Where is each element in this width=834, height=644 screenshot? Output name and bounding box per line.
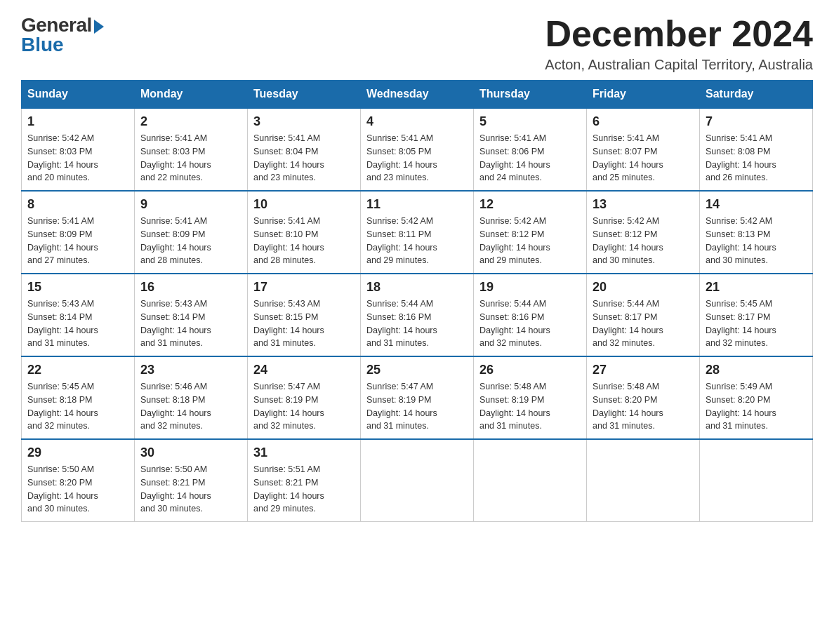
day-info: Sunrise: 5:41 AMSunset: 8:03 PMDaylight:… bbox=[140, 133, 211, 182]
calendar-cell: 1 Sunrise: 5:42 AMSunset: 8:03 PMDayligh… bbox=[22, 108, 135, 191]
day-number: 25 bbox=[366, 363, 468, 377]
day-info: Sunrise: 5:47 AMSunset: 8:19 PMDaylight:… bbox=[253, 382, 324, 431]
day-info: Sunrise: 5:42 AMSunset: 8:12 PMDaylight:… bbox=[593, 216, 663, 265]
calendar-cell bbox=[361, 439, 474, 522]
calendar-week-row: 15 Sunrise: 5:43 AMSunset: 8:14 PMDaylig… bbox=[22, 274, 813, 356]
calendar-cell: 17 Sunrise: 5:43 AMSunset: 8:15 PMDaylig… bbox=[248, 274, 361, 356]
day-info: Sunrise: 5:47 AMSunset: 8:19 PMDaylight:… bbox=[366, 382, 437, 431]
calendar-cell: 4 Sunrise: 5:41 AMSunset: 8:05 PMDayligh… bbox=[361, 108, 474, 191]
calendar-cell: 15 Sunrise: 5:43 AMSunset: 8:14 PMDaylig… bbox=[22, 274, 135, 356]
calendar-week-row: 22 Sunrise: 5:45 AMSunset: 8:18 PMDaylig… bbox=[22, 356, 813, 439]
day-number: 28 bbox=[706, 363, 807, 377]
calendar-cell: 6 Sunrise: 5:41 AMSunset: 8:07 PMDayligh… bbox=[587, 108, 700, 191]
day-number: 22 bbox=[27, 363, 128, 377]
calendar-cell: 19 Sunrise: 5:44 AMSunset: 8:16 PMDaylig… bbox=[474, 274, 587, 356]
month-title: December 2024 bbox=[545, 14, 813, 54]
day-info: Sunrise: 5:42 AMSunset: 8:13 PMDaylight:… bbox=[706, 216, 776, 265]
day-info: Sunrise: 5:44 AMSunset: 8:17 PMDaylight:… bbox=[593, 299, 663, 348]
weekday-header-monday: Monday bbox=[135, 81, 248, 109]
day-info: Sunrise: 5:43 AMSunset: 8:14 PMDaylight:… bbox=[140, 299, 211, 348]
calendar-cell: 24 Sunrise: 5:47 AMSunset: 8:19 PMDaylig… bbox=[248, 356, 361, 439]
day-info: Sunrise: 5:50 AMSunset: 8:20 PMDaylight:… bbox=[27, 464, 98, 514]
calendar-cell: 16 Sunrise: 5:43 AMSunset: 8:14 PMDaylig… bbox=[135, 274, 248, 356]
calendar-cell: 14 Sunrise: 5:42 AMSunset: 8:13 PMDaylig… bbox=[700, 191, 813, 274]
day-number: 16 bbox=[140, 280, 241, 295]
day-number: 11 bbox=[366, 197, 468, 212]
day-number: 13 bbox=[593, 197, 694, 212]
calendar-cell: 10 Sunrise: 5:41 AMSunset: 8:10 PMDaylig… bbox=[248, 191, 361, 274]
day-info: Sunrise: 5:41 AMSunset: 8:09 PMDaylight:… bbox=[140, 216, 211, 265]
calendar-cell: 28 Sunrise: 5:49 AMSunset: 8:20 PMDaylig… bbox=[700, 356, 813, 439]
day-number: 27 bbox=[593, 363, 694, 377]
calendar-cell: 30 Sunrise: 5:50 AMSunset: 8:21 PMDaylig… bbox=[135, 439, 248, 522]
calendar-cell: 25 Sunrise: 5:47 AMSunset: 8:19 PMDaylig… bbox=[361, 356, 474, 439]
calendar-cell: 27 Sunrise: 5:48 AMSunset: 8:20 PMDaylig… bbox=[587, 356, 700, 439]
calendar-cell: 5 Sunrise: 5:41 AMSunset: 8:06 PMDayligh… bbox=[474, 108, 587, 191]
day-info: Sunrise: 5:41 AMSunset: 8:07 PMDaylight:… bbox=[593, 133, 663, 182]
day-number: 18 bbox=[366, 280, 468, 295]
logo-blue-text: Blue bbox=[21, 34, 64, 56]
day-number: 30 bbox=[140, 445, 241, 460]
day-number: 6 bbox=[593, 114, 694, 129]
calendar-header-row: SundayMondayTuesdayWednesdayThursdayFrid… bbox=[22, 81, 813, 109]
day-number: 3 bbox=[253, 114, 355, 129]
day-number: 19 bbox=[479, 280, 581, 295]
calendar-cell: 11 Sunrise: 5:42 AMSunset: 8:11 PMDaylig… bbox=[361, 191, 474, 274]
weekday-header-wednesday: Wednesday bbox=[361, 81, 474, 109]
day-info: Sunrise: 5:41 AMSunset: 8:05 PMDaylight:… bbox=[366, 133, 437, 182]
day-info: Sunrise: 5:51 AMSunset: 8:21 PMDaylight:… bbox=[253, 464, 324, 514]
logo: General Blue bbox=[21, 14, 104, 56]
day-number: 15 bbox=[27, 280, 128, 295]
day-info: Sunrise: 5:48 AMSunset: 8:19 PMDaylight:… bbox=[479, 382, 550, 431]
calendar-cell bbox=[474, 439, 587, 522]
calendar-cell: 7 Sunrise: 5:41 AMSunset: 8:08 PMDayligh… bbox=[700, 108, 813, 191]
page-header: General Blue December 2024 Acton, Austra… bbox=[21, 14, 813, 73]
calendar-cell: 8 Sunrise: 5:41 AMSunset: 8:09 PMDayligh… bbox=[22, 191, 135, 274]
calendar-week-row: 8 Sunrise: 5:41 AMSunset: 8:09 PMDayligh… bbox=[22, 191, 813, 274]
day-info: Sunrise: 5:44 AMSunset: 8:16 PMDaylight:… bbox=[479, 299, 550, 348]
weekday-header-tuesday: Tuesday bbox=[248, 81, 361, 109]
day-number: 20 bbox=[593, 280, 694, 295]
day-info: Sunrise: 5:48 AMSunset: 8:20 PMDaylight:… bbox=[593, 382, 663, 431]
calendar-cell bbox=[700, 439, 813, 522]
calendar-cell: 2 Sunrise: 5:41 AMSunset: 8:03 PMDayligh… bbox=[135, 108, 248, 191]
day-number: 29 bbox=[27, 445, 128, 460]
title-section: December 2024 Acton, Australian Capital … bbox=[545, 14, 813, 73]
calendar-cell: 31 Sunrise: 5:51 AMSunset: 8:21 PMDaylig… bbox=[248, 439, 361, 522]
day-number: 26 bbox=[479, 363, 581, 377]
calendar-cell: 26 Sunrise: 5:48 AMSunset: 8:19 PMDaylig… bbox=[474, 356, 587, 439]
weekday-header-saturday: Saturday bbox=[700, 81, 813, 109]
day-number: 14 bbox=[706, 197, 807, 212]
calendar-cell bbox=[587, 439, 700, 522]
day-number: 24 bbox=[253, 363, 355, 377]
calendar-week-row: 1 Sunrise: 5:42 AMSunset: 8:03 PMDayligh… bbox=[22, 108, 813, 191]
calendar-cell: 21 Sunrise: 5:45 AMSunset: 8:17 PMDaylig… bbox=[700, 274, 813, 356]
day-info: Sunrise: 5:50 AMSunset: 8:21 PMDaylight:… bbox=[140, 464, 211, 514]
day-info: Sunrise: 5:45 AMSunset: 8:17 PMDaylight:… bbox=[706, 299, 776, 348]
day-number: 10 bbox=[253, 197, 355, 212]
day-info: Sunrise: 5:41 AMSunset: 8:09 PMDaylight:… bbox=[27, 216, 98, 265]
day-info: Sunrise: 5:41 AMSunset: 8:06 PMDaylight:… bbox=[479, 133, 550, 182]
day-number: 4 bbox=[366, 114, 468, 129]
day-number: 21 bbox=[706, 280, 807, 295]
calendar-cell: 18 Sunrise: 5:44 AMSunset: 8:16 PMDaylig… bbox=[361, 274, 474, 356]
day-info: Sunrise: 5:42 AMSunset: 8:12 PMDaylight:… bbox=[479, 216, 550, 265]
weekday-header-sunday: Sunday bbox=[22, 81, 135, 109]
day-info: Sunrise: 5:44 AMSunset: 8:16 PMDaylight:… bbox=[366, 299, 437, 348]
calendar-table: SundayMondayTuesdayWednesdayThursdayFrid… bbox=[21, 80, 813, 522]
day-info: Sunrise: 5:43 AMSunset: 8:14 PMDaylight:… bbox=[27, 299, 98, 348]
location-title: Acton, Australian Capital Territory, Aus… bbox=[545, 57, 813, 73]
day-info: Sunrise: 5:41 AMSunset: 8:10 PMDaylight:… bbox=[253, 216, 324, 265]
weekday-header-thursday: Thursday bbox=[474, 81, 587, 109]
day-number: 12 bbox=[479, 197, 581, 212]
day-info: Sunrise: 5:41 AMSunset: 8:08 PMDaylight:… bbox=[706, 133, 776, 182]
day-number: 8 bbox=[27, 197, 128, 212]
day-info: Sunrise: 5:42 AMSunset: 8:11 PMDaylight:… bbox=[366, 216, 437, 265]
logo-arrow-icon bbox=[94, 20, 104, 34]
calendar-cell: 20 Sunrise: 5:44 AMSunset: 8:17 PMDaylig… bbox=[587, 274, 700, 356]
calendar-cell: 3 Sunrise: 5:41 AMSunset: 8:04 PMDayligh… bbox=[248, 108, 361, 191]
day-number: 17 bbox=[253, 280, 355, 295]
calendar-cell: 12 Sunrise: 5:42 AMSunset: 8:12 PMDaylig… bbox=[474, 191, 587, 274]
day-info: Sunrise: 5:49 AMSunset: 8:20 PMDaylight:… bbox=[706, 382, 776, 431]
day-number: 23 bbox=[140, 363, 241, 377]
